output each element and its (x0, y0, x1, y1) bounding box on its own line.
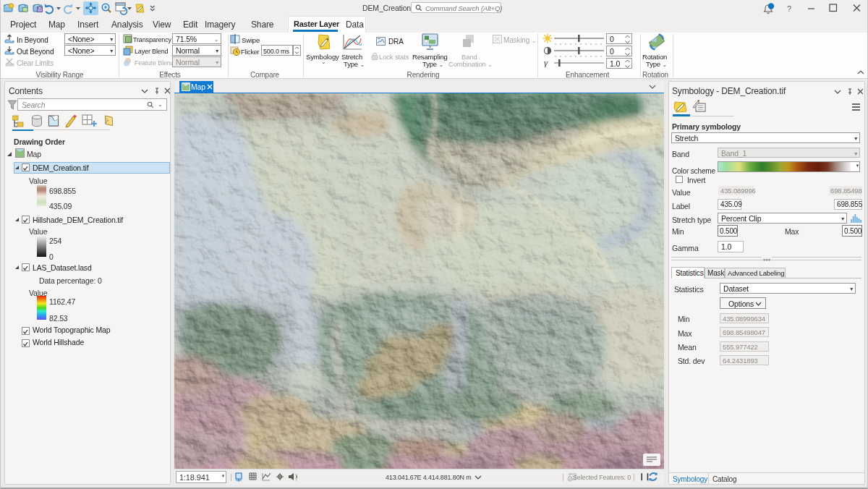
svg-text:γ: γ (544, 57, 548, 67)
svg-text:?: ? (787, 4, 791, 13)
